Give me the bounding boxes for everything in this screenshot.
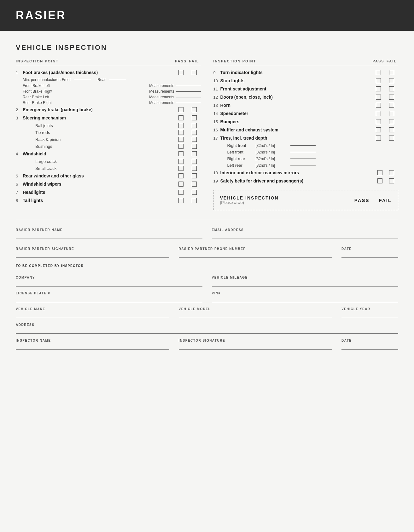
item-2-pass-checkbox[interactable] bbox=[178, 107, 184, 112]
inspection-item-18: 18 Interior and exterior rear view mirro… bbox=[213, 169, 399, 177]
item-11-pass-checkbox[interactable] bbox=[376, 86, 381, 91]
model-label: VEHICLE MODEL bbox=[179, 307, 332, 311]
item-14-pass-checkbox[interactable] bbox=[376, 111, 381, 116]
license-field: LICENSE PLATE # bbox=[16, 292, 202, 302]
email-value[interactable] bbox=[212, 232, 399, 237]
tie-rods-fail[interactable] bbox=[192, 130, 197, 135]
large-crack-fail[interactable] bbox=[192, 159, 197, 164]
item-label-8: Tail lights bbox=[23, 198, 174, 203]
license-value[interactable] bbox=[16, 296, 202, 301]
year-value[interactable] bbox=[341, 311, 398, 316]
item-2-fail-checkbox[interactable] bbox=[192, 107, 197, 112]
item-1-pass-checkbox[interactable] bbox=[178, 70, 184, 75]
mfr-rear-line bbox=[109, 80, 126, 80]
item-15-fail-checkbox[interactable] bbox=[389, 119, 394, 124]
item-19-fail-checkbox[interactable] bbox=[389, 178, 394, 183]
item-9-fail-checkbox[interactable] bbox=[389, 70, 394, 75]
item-6-fail-checkbox[interactable] bbox=[192, 182, 197, 187]
item-17-fail-checkbox[interactable] bbox=[389, 136, 394, 141]
item-label-5: Rear window and other glass bbox=[23, 173, 174, 178]
tie-rods-pass[interactable] bbox=[178, 130, 184, 135]
item-16-fail-checkbox[interactable] bbox=[389, 127, 394, 132]
model-field: VEHICLE MODEL bbox=[179, 307, 332, 318]
vin-value[interactable] bbox=[212, 296, 399, 301]
rack-pinion-pass[interactable] bbox=[178, 137, 184, 142]
rack-pinion-fail[interactable] bbox=[192, 137, 197, 142]
tire-right-front: Right front [32nd's / In] bbox=[220, 142, 399, 149]
date-value-1[interactable] bbox=[341, 251, 398, 256]
item-label-18: Interior and exterior rear view mirrors bbox=[220, 170, 378, 175]
make-value[interactable] bbox=[16, 311, 169, 316]
bushings-pass[interactable] bbox=[178, 144, 184, 149]
item-3-pass-checkbox[interactable] bbox=[178, 115, 184, 120]
item-1-fail-checkbox[interactable] bbox=[192, 70, 197, 75]
item-6-pass-checkbox[interactable] bbox=[178, 182, 184, 187]
brake-rl-line bbox=[176, 97, 201, 97]
item-12-pass-checkbox[interactable] bbox=[376, 95, 381, 100]
item-14-fail-checkbox[interactable] bbox=[389, 111, 394, 116]
bushings-fail[interactable] bbox=[192, 144, 197, 149]
item-19-pass-checkbox[interactable] bbox=[377, 178, 382, 183]
item-7-pass-checkbox[interactable] bbox=[178, 190, 184, 195]
tire-subtable: Right front [32nd's / In] Left front [32… bbox=[213, 142, 399, 169]
form-row-7: INSPECTOR NAME INSPECTOR SIGNATURE DATE bbox=[16, 334, 398, 350]
phone-value[interactable] bbox=[179, 251, 332, 256]
item-3-tie-rods: Tie rods bbox=[16, 129, 201, 136]
signature-label: RASIER PARTNER SIGNATURE bbox=[16, 247, 169, 251]
small-crack-fail[interactable] bbox=[192, 166, 197, 171]
item-18-pass-checkbox[interactable] bbox=[377, 170, 382, 175]
company-value[interactable] bbox=[16, 280, 202, 285]
ball-joints-pass[interactable] bbox=[178, 123, 184, 128]
year-label: VEHICLE YEAR bbox=[341, 307, 398, 311]
partner-name-value[interactable] bbox=[16, 232, 202, 237]
brake-rl-row: Rear Brake Left Measurements bbox=[16, 94, 201, 100]
email-label: EMAIL ADDRESS bbox=[212, 228, 399, 232]
inspection-item-2: 2 Emergency brake (parking brake) bbox=[16, 106, 201, 114]
item-16-pass-checkbox[interactable] bbox=[376, 127, 381, 132]
item-8-pass-checkbox[interactable] bbox=[178, 198, 184, 203]
mfr-front-line bbox=[74, 80, 91, 80]
small-crack-pass[interactable] bbox=[178, 166, 184, 171]
vin-label: VIN# bbox=[212, 292, 399, 295]
item-13-fail-checkbox[interactable] bbox=[389, 103, 394, 108]
email-field: EMAIL ADDRESS bbox=[212, 228, 399, 239]
signature-value[interactable] bbox=[16, 251, 169, 256]
item-17-pass-checkbox[interactable] bbox=[376, 136, 381, 141]
item-number-15: 15 bbox=[213, 119, 220, 124]
inspection-item-16: 16 Muffler and exhaust system bbox=[213, 126, 399, 134]
form-row-2: RASIER PARTNER SIGNATURE RASIER PARTNER … bbox=[16, 242, 398, 258]
date-value-2[interactable] bbox=[341, 343, 398, 348]
inspection-item-13: 13 Horn bbox=[213, 101, 399, 109]
mfr-rear-text: Rear bbox=[97, 78, 106, 82]
inspector-section-label: TO BE COMPLETED BY INSPECTOR bbox=[16, 264, 398, 268]
item-8-fail-checkbox[interactable] bbox=[192, 198, 197, 203]
mileage-value[interactable] bbox=[212, 280, 399, 285]
item-4-fail-checkbox[interactable] bbox=[192, 151, 197, 156]
company-label: COMPANY bbox=[16, 276, 202, 279]
item-label-17: Tires, incl. tread depth bbox=[220, 136, 372, 141]
address-value[interactable] bbox=[16, 327, 398, 332]
item-7-fail-checkbox[interactable] bbox=[192, 190, 197, 195]
date-label-2: DATE bbox=[341, 339, 398, 342]
item-15-pass-checkbox[interactable] bbox=[376, 119, 381, 124]
item-9-pass-checkbox[interactable] bbox=[376, 70, 381, 75]
inspector-sig-label: INSPECTOR SIGNATURE bbox=[179, 339, 332, 342]
item-12-fail-checkbox[interactable] bbox=[389, 95, 394, 100]
left-col-pass: PASS bbox=[174, 59, 188, 63]
item-10-fail-checkbox[interactable] bbox=[389, 78, 394, 83]
large-crack-pass[interactable] bbox=[178, 159, 184, 164]
item-13-pass-checkbox[interactable] bbox=[376, 103, 381, 108]
item-18-fail-checkbox[interactable] bbox=[389, 170, 394, 175]
item-4-pass-checkbox[interactable] bbox=[178, 151, 184, 156]
model-value[interactable] bbox=[179, 311, 332, 316]
item-3-fail-checkbox[interactable] bbox=[192, 115, 197, 120]
item-5-fail-checkbox[interactable] bbox=[192, 173, 197, 178]
inspector-name-value[interactable] bbox=[16, 343, 169, 348]
item-5-pass-checkbox[interactable] bbox=[178, 173, 184, 178]
item-10-pass-checkbox[interactable] bbox=[376, 78, 381, 83]
inspector-sig-value[interactable] bbox=[179, 343, 332, 348]
ball-joints-fail[interactable] bbox=[192, 123, 197, 128]
brake-fl-line bbox=[176, 86, 201, 86]
inspection-item-19: 19 Safety belts for driver and passenger… bbox=[213, 177, 399, 185]
item-11-fail-checkbox[interactable] bbox=[389, 86, 394, 91]
